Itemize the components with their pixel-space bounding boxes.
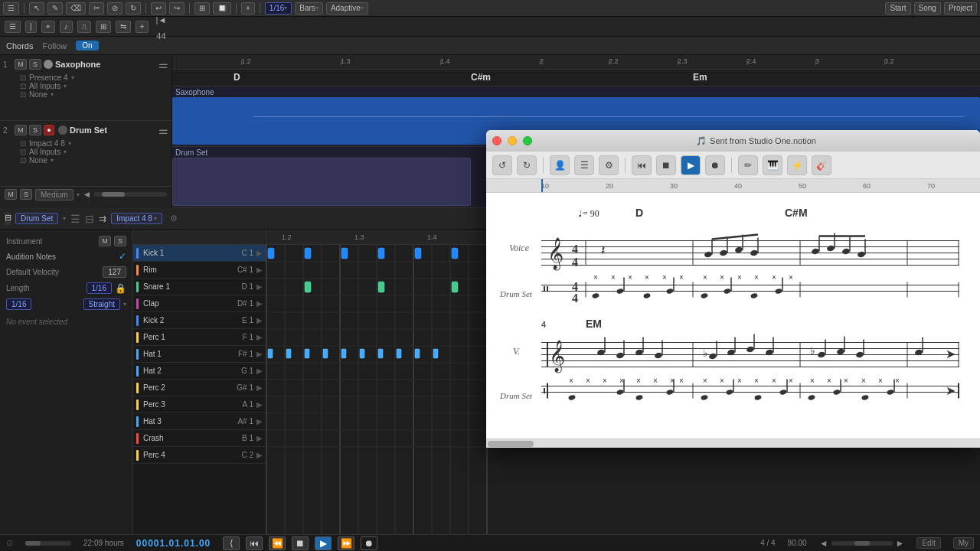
drum-key-crash[interactable]: Crash B 1 ▶: [133, 430, 266, 447]
transport-play[interactable]: ▶: [315, 536, 332, 550]
close-btn[interactable]: [492, 136, 501, 145]
track-expand-2[interactable]: ⚌: [158, 124, 168, 136]
instrument-s-btn[interactable]: S: [114, 236, 126, 246]
loop-range[interactable]: ⇋: [116, 21, 131, 33]
instrument-m-btn[interactable]: M: [99, 236, 111, 246]
pr-instrument-settings[interactable]: ⚙: [170, 214, 178, 223]
length-lock[interactable]: 🔒: [115, 283, 126, 294]
pr-instrument-selector[interactable]: Impact 4 8 ▾: [111, 213, 162, 224]
clip-drumset[interactable]: [172, 158, 471, 206]
drum-key-clap[interactable]: Clap D# 1 ▶: [133, 295, 266, 312]
medium-arrow[interactable]: ▾: [77, 191, 80, 198]
key-play-snare1[interactable]: ▶: [256, 282, 263, 291]
key-play-hat1[interactable]: ▶: [256, 350, 263, 358]
key-play-perc3[interactable]: ▶: [256, 400, 263, 409]
transport-rewind[interactable]: ⏪: [269, 536, 286, 550]
solo-btn-2[interactable]: S: [29, 125, 41, 135]
menu-btn[interactable]: ☰: [3, 2, 19, 15]
drum-key-perc4[interactable]: Perc 4 C 2 ▶: [133, 447, 266, 464]
pr-settings-btn[interactable]: ☰: [70, 213, 80, 225]
key-play-kick1[interactable]: ▶: [256, 249, 263, 257]
drum-key-kick2[interactable]: Kick 2 E 1 ▶: [133, 312, 266, 329]
master-m-btn[interactable]: M: [5, 189, 17, 200]
monitor-btn-1[interactable]: [44, 60, 53, 69]
add-btn[interactable]: +: [241, 2, 255, 15]
transport-record[interactable]: ⏺: [361, 536, 377, 550]
pr-track-name[interactable]: Drum Set: [15, 213, 58, 224]
key-play-hat2[interactable]: ▶: [256, 367, 263, 375]
solo-btn-1[interactable]: S: [29, 59, 41, 70]
rec-btn-2[interactable]: ●: [44, 125, 54, 135]
drum-key-hat3[interactable]: Hat 3 A# 1 ▶: [133, 413, 266, 430]
adaptive-btn[interactable]: Adaptive ▾: [326, 2, 368, 15]
pencil-btn[interactable]: ✎: [47, 2, 63, 15]
drum-key-rim[interactable]: Rim C# 1 ▶: [133, 262, 266, 279]
note-btn[interactable]: ♪: [60, 21, 73, 33]
key-play-perc1[interactable]: ▶: [256, 333, 263, 341]
score-piano-btn[interactable]: 🎹: [763, 155, 782, 175]
score-scroll-thumb[interactable]: [488, 441, 534, 447]
pr-track-arrow[interactable]: ▾: [63, 215, 66, 222]
velocity-value[interactable]: 127: [103, 266, 126, 278]
key-play-hat3[interactable]: ▶: [256, 417, 263, 425]
transport-fast-forward[interactable]: ⏩: [338, 536, 354, 550]
drum-key-kick1[interactable]: Kick 1 C 1 ▶: [133, 245, 266, 262]
status-right-arrow[interactable]: ►: [896, 538, 905, 549]
status-icon-1[interactable]: ⊙: [6, 538, 13, 548]
score-record-btn[interactable]: ⏺: [705, 155, 725, 175]
song-btn[interactable]: Song: [914, 2, 941, 15]
swing-quantize-value[interactable]: 1/16: [6, 298, 31, 310]
mute-btn-2[interactable]: M: [15, 125, 27, 135]
score-play-btn[interactable]: ▶: [681, 155, 701, 175]
score-redo-btn[interactable]: ↻: [517, 155, 537, 175]
pr-fold-btn[interactable]: ⇉: [99, 214, 106, 224]
drum-key-snare1[interactable]: Snare 1 D 1 ▶: [133, 279, 266, 295]
maximize-btn[interactable]: [523, 136, 532, 145]
pattern-btn[interactable]: ⊞: [96, 21, 111, 33]
chord-tool[interactable]: ⎍: [77, 21, 91, 33]
follow-btn[interactable]: On: [76, 41, 98, 51]
inspector-btn[interactable]: |: [25, 21, 37, 33]
project-btn[interactable]: Project: [944, 2, 977, 15]
my-btn[interactable]: My: [953, 537, 974, 549]
key-play-clap[interactable]: ▶: [256, 299, 263, 308]
audition-check[interactable]: ✓: [119, 251, 126, 262]
loop-btn[interactable]: ↻: [126, 2, 141, 15]
length-value[interactable]: 1/16: [87, 282, 112, 294]
score-layout-btn[interactable]: ☰: [574, 155, 594, 175]
transport-prev[interactable]: ⏮: [246, 536, 263, 550]
track-expand-1[interactable]: ⚌: [158, 58, 168, 70]
key-play-crash[interactable]: ▶: [256, 434, 263, 442]
swing-label[interactable]: Straight: [83, 298, 120, 310]
score-settings-btn[interactable]: ⚙: [599, 155, 619, 175]
edit-btn[interactable]: Edit: [916, 537, 940, 549]
score-undo-btn[interactable]: ↺: [492, 155, 512, 175]
mute-btn-1[interactable]: M: [15, 59, 27, 70]
key-play-perc4[interactable]: ▶: [256, 451, 263, 459]
magnet-btn[interactable]: ⌖: [41, 21, 55, 33]
status-scroll-bar[interactable]: [831, 541, 893, 546]
drum-key-hat2[interactable]: Hat 2 G 1 ▶: [133, 363, 266, 380]
status-left-arrow[interactable]: ◄: [819, 538, 828, 549]
key-play-rim[interactable]: ▶: [256, 266, 263, 274]
scroll-left-btn[interactable]: ◄: [83, 189, 92, 200]
key-play-kick2[interactable]: ▶: [256, 316, 263, 324]
add-track[interactable]: +: [136, 21, 149, 33]
score-stop-btn[interactable]: ⏹: [656, 155, 676, 175]
pr-collapse-btn[interactable]: ⊟: [5, 213, 11, 225]
cursor-btn[interactable]: ↖: [29, 2, 44, 15]
score-pencil-btn[interactable]: ✏: [738, 155, 758, 175]
drum-key-perc3[interactable]: Perc 3 A 1 ▶: [133, 396, 266, 413]
drum-key-perc1[interactable]: Perc 1 F 1 ▶: [133, 329, 266, 346]
transport-start[interactable]: Start: [885, 2, 910, 15]
transport-loop-back[interactable]: ⟨: [223, 536, 240, 550]
score-rewind-btn[interactable]: ⏮: [632, 155, 652, 175]
pr-view-btn[interactable]: ⊟: [85, 213, 94, 225]
score-voice-btn[interactable]: 👤: [550, 155, 570, 175]
split-btn[interactable]: ✂: [89, 2, 104, 15]
bars-btn[interactable]: Bars ▾: [295, 2, 323, 15]
mute-btn[interactable]: ⊘: [107, 2, 122, 15]
score-guitar-btn[interactable]: 🎸: [812, 155, 831, 175]
monitor-btn-2[interactable]: [58, 126, 67, 135]
eraser-btn[interactable]: ⌫: [66, 2, 86, 15]
